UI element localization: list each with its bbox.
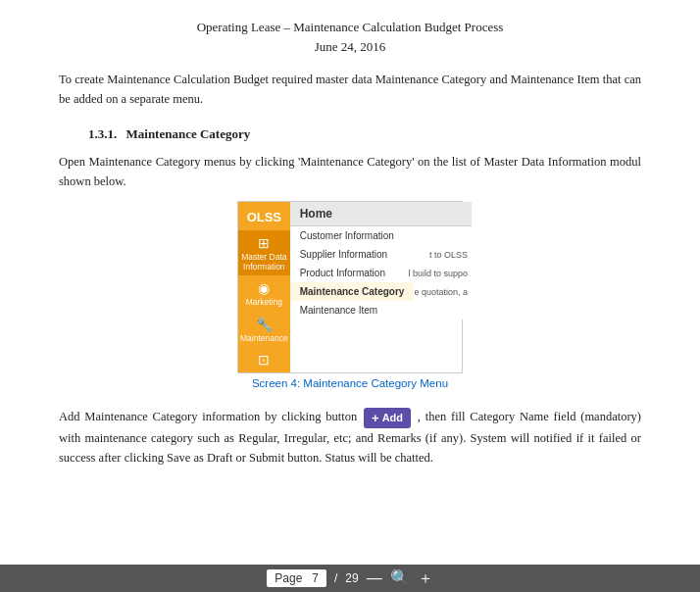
bottom-bar: Page 7 / 29 — 🔍 ＋	[0, 565, 700, 592]
sidebar-item-label-maintenance: Maintenance	[240, 333, 288, 343]
section-body-text: Open Maintenance Category menus by click…	[59, 152, 641, 191]
intro-text: To create Maintenance Calculation Budget…	[59, 73, 641, 106]
sidebar-item-misc[interactable]: ⊡	[238, 347, 290, 372]
circle-icon: ◉	[258, 281, 270, 295]
misc-icon: ⊡	[258, 353, 270, 367]
title-line2: June 24, 2016	[59, 37, 641, 57]
zoom-in-button[interactable]: ＋	[418, 570, 433, 586]
add-text-end: tted.	[412, 451, 433, 465]
page-indicator: Page 7	[267, 569, 326, 587]
section-heading: 1.3.1. Maintenance Category	[88, 126, 641, 142]
dropdown-menu: Customer Information Supplier Informatio…	[290, 226, 472, 320]
welcome-partial1: t to OLSS	[429, 250, 472, 260]
main-content: Home Customer Information Supplier Infor…	[290, 202, 472, 372]
page-num: 7	[312, 571, 319, 585]
total-pages: 29	[345, 571, 358, 585]
section-title: Maintenance Category	[126, 126, 251, 141]
screen-caption: Screen 4: Maintenance Category Menu	[252, 377, 448, 389]
welcome-partial3: e quotation, a	[414, 287, 472, 297]
wrench-icon: 🔧	[256, 318, 273, 331]
intro-paragraph: To create Maintenance Calculation Budget…	[59, 70, 641, 109]
sidebar-item-label-marketing: Marketing	[246, 297, 282, 307]
add-text-part1: Add Maintenance Category information by …	[59, 410, 357, 423]
sidebar-item-master-data[interactable]: ⊞ Master DataInformation	[238, 230, 290, 275]
zoom-out-button[interactable]: —	[367, 570, 382, 586]
welcome-partial2: l build to suppo	[408, 269, 472, 278]
search-button[interactable]: 🔍	[390, 570, 410, 586]
section-number: 1.3.1.	[88, 126, 117, 141]
menu-item-product[interactable]: Product Information	[290, 264, 409, 282]
menu-item-supplier[interactable]: Supplier Information	[290, 245, 429, 264]
sidebar-title: OLSS	[238, 202, 290, 230]
main-header: Home	[290, 202, 472, 226]
page: Operating Lease – Maintenance Calculatio…	[0, 0, 700, 592]
page-label: Page	[275, 571, 302, 585]
title-line1: Operating Lease – Maintenance Calculatio…	[59, 18, 641, 37]
sidebar-item-maintenance[interactable]: 🔧 Maintenance	[238, 312, 290, 347]
add-button[interactable]: + Add	[364, 408, 411, 428]
ui-mockup-wrapper: OLSS ⊞ Master DataInformation ◉ Marketin…	[59, 201, 641, 401]
section-body: Open Maintenance Category menus by click…	[59, 155, 641, 188]
separator-slash: /	[334, 571, 337, 585]
add-btn-text: Add	[382, 412, 403, 423]
add-button-inline: + Add	[362, 410, 418, 423]
doc-title: Operating Lease – Maintenance Calculatio…	[59, 18, 641, 56]
grid-icon: ⊞	[258, 236, 270, 250]
ui-mockup: OLSS ⊞ Master DataInformation ◉ Marketin…	[237, 201, 463, 373]
add-section-text: Add Maintenance Category information by …	[59, 407, 641, 468]
sidebar-item-marketing[interactable]: ◉ Marketing	[238, 275, 290, 311]
menu-item-maintenance-category[interactable]: Maintenance Category	[290, 282, 415, 301]
plus-icon: +	[372, 411, 379, 425]
menu-item-maintenance-item[interactable]: Maintenance Item	[290, 301, 472, 320]
menu-item-customer[interactable]: Customer Information	[290, 226, 472, 245]
sidebar: OLSS ⊞ Master DataInformation ◉ Marketin…	[238, 202, 290, 372]
sidebar-item-label-master: Master DataInformation	[241, 252, 286, 271]
